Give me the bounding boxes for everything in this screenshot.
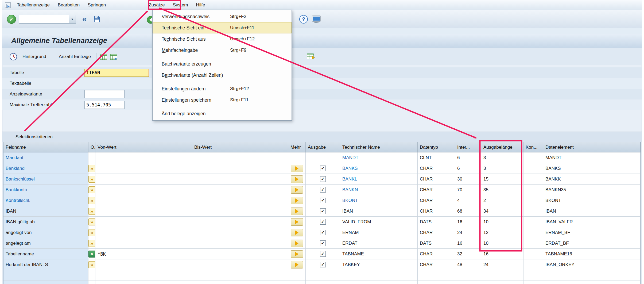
multiple-selection-icon[interactable]: » (88, 165, 95, 172)
new-session-icon[interactable] (312, 15, 321, 25)
yellow-right-arrow-icon (295, 198, 298, 203)
exclude-selection-icon[interactable]: ✕ (88, 251, 95, 258)
menu-item-änd-belege-anzeigen[interactable]: Änd.belege anzeigen (153, 108, 292, 119)
more-values-button[interactable] (291, 261, 303, 268)
menubar-item-tabellenanzeige[interactable]: Tabellenanzeige (13, 0, 54, 10)
column-header-datentyp[interactable]: Datentyp (418, 142, 455, 152)
menubar-item-hilfe[interactable]: Hilfe (192, 0, 209, 10)
more-values-button[interactable] (291, 197, 303, 204)
menu-item-einstellungen-ändern[interactable]: Einstellungen ändernStrg+F12 (153, 83, 292, 94)
bis-wert-cell (192, 249, 288, 259)
column-header-ausgabe[interactable]: Ausgabe (306, 142, 340, 152)
technischer-name-cell: BANKS (340, 163, 418, 174)
ausgabe-cell: ✓ (306, 195, 340, 206)
command-dropdown-button[interactable]: ▼ (69, 15, 76, 24)
menu-item-technische-sicht-ein[interactable]: Technische Sicht einUmsch+F11 (153, 22, 292, 33)
help-icon[interactable]: ? (299, 15, 308, 24)
output-checkbox[interactable]: ✓ (320, 262, 326, 267)
column-header-o[interactable]: O. (88, 142, 95, 152)
execute-clock-icon[interactable] (9, 48, 18, 65)
output-checkbox[interactable]: ✓ (320, 240, 326, 246)
multiple-selection-icon[interactable]: » (88, 186, 95, 193)
datentyp-cell (418, 281, 455, 284)
menu-item-einstellungen-speichern[interactable]: Einstellungen speichernStrg+F11 (153, 94, 292, 106)
output-checkbox[interactable]: ✓ (320, 176, 326, 182)
more-values-button[interactable] (291, 240, 303, 247)
column-header-von-wert[interactable]: Von-Wert (95, 142, 192, 152)
menubar-item-system[interactable]: System (169, 0, 192, 10)
menu-item-technische-sicht-aus[interactable]: Technische Sicht ausUmsch+F12 (153, 33, 292, 45)
bis-wert-cell (192, 174, 288, 184)
konvertierung-cell (523, 163, 543, 174)
anzeigevariante-input[interactable] (84, 90, 125, 98)
feldname-cell: Bankkonto (3, 185, 88, 195)
more-values-button[interactable] (291, 175, 303, 183)
column-header-feldname[interactable]: Feldname (3, 142, 88, 152)
more-values-button[interactable] (291, 250, 303, 258)
table-column-icon[interactable] (110, 48, 117, 65)
output-checkbox[interactable]: ✓ (320, 166, 326, 171)
command-input[interactable] (19, 15, 69, 24)
menubar-item-bearbeiten[interactable]: Bearbeiten (54, 0, 84, 10)
output-checkbox[interactable]: ✓ (320, 208, 326, 214)
column-header-datenelement[interactable]: Datenelement (543, 142, 641, 152)
menu-item-verwendungsnachweis[interactable]: VerwendungsnachweisStrg+F2 (153, 11, 292, 22)
save-icon[interactable] (93, 16, 100, 24)
multiple-selection-icon[interactable]: » (88, 218, 95, 225)
konvertierung-cell (523, 270, 543, 281)
menu-item-batchvariante-anzahl-zeilen[interactable]: Batchvariante (Anzahl Zeilen) (153, 70, 292, 81)
column-header-ausgabelänge[interactable]: Ausgabelänge (481, 142, 523, 152)
maximale-trefferzahl-input[interactable] (84, 101, 125, 109)
choose-fields-icon[interactable] (307, 48, 315, 65)
multiple-selection-icon[interactable]: » (88, 197, 95, 204)
column-header-technischer-name[interactable]: Technischer Name (340, 142, 418, 152)
column-header-kon[interactable]: Kon... (523, 142, 543, 152)
entry-count-button[interactable]: Anzahl Einträge (59, 48, 91, 65)
interne-laenge-cell: 16 (455, 217, 481, 227)
output-checkbox[interactable]: ✓ (320, 230, 326, 235)
mehr-cell (288, 281, 306, 284)
multiple-selection-icon[interactable]: » (88, 208, 95, 215)
menubar-item-zusätze[interactable]: Zusätze (145, 0, 169, 10)
feldname-cell: angelegt von (3, 227, 88, 238)
more-values-button[interactable] (291, 229, 303, 236)
output-checkbox[interactable]: ✓ (320, 198, 326, 203)
ausgabelaenge-cell: 24 (481, 259, 523, 270)
ausgabelaenge-cell: 35 (481, 185, 523, 195)
more-values-button[interactable] (291, 218, 303, 226)
column-header-bis-wert[interactable]: Bis-Wert (192, 142, 288, 152)
datenelement-cell: BKONT (543, 195, 641, 206)
konvertierung-cell (523, 227, 543, 238)
bis-wert-cell (192, 195, 288, 206)
multiple-selection-icon[interactable]: » (88, 261, 95, 268)
output-checkbox[interactable]: ✓ (320, 251, 326, 257)
table-icon[interactable] (100, 48, 107, 65)
selection-row-bkont: Kontrollschl.»✓BKONTCHAR42BKONT (3, 195, 641, 206)
more-values-button[interactable] (291, 208, 303, 215)
collapse-icon[interactable]: « (82, 14, 87, 24)
more-values-button[interactable] (291, 186, 303, 194)
multiple-selection-icon[interactable]: » (88, 240, 95, 247)
interne-laenge-cell: 32 (455, 249, 481, 259)
tabelle-input[interactable] (84, 69, 149, 77)
multiple-selection-icon[interactable]: » (88, 176, 95, 183)
technischer-name-cell: ERNAM (340, 227, 418, 238)
enter-button[interactable]: ✓ (7, 15, 16, 24)
selection-row-bankn: Bankkonto»✓BANKNCHAR7035BANKN35 (3, 185, 641, 195)
interne-laenge-cell: 48 (455, 259, 481, 270)
menu-item-batchvariante-erzeugen[interactable]: Batchvariante erzeugen (153, 58, 292, 70)
background-button[interactable]: Hintergrund (22, 48, 46, 65)
title-bar: Allgemeine Tabellenanzeige (2, 34, 642, 48)
menubar-item-springen[interactable]: Springen (84, 0, 110, 10)
column-header-mehr[interactable]: Mehr (288, 142, 306, 152)
menu-item-mehrfacheingabe[interactable]: MehrfacheingabeStrg+F9 (153, 45, 292, 56)
output-checkbox[interactable]: ✓ (320, 187, 326, 193)
session-menu-icon[interactable] (4, 2, 11, 9)
column-header-inter[interactable]: Inter... (455, 142, 481, 152)
anzeigevariante-label: Anzeigevariante (10, 91, 84, 97)
von-wert-cell (95, 259, 192, 270)
more-values-button[interactable] (291, 165, 303, 172)
multiple-selection-icon[interactable]: » (88, 229, 95, 236)
output-checkbox[interactable]: ✓ (320, 219, 326, 225)
selection-row-empty (3, 281, 641, 284)
